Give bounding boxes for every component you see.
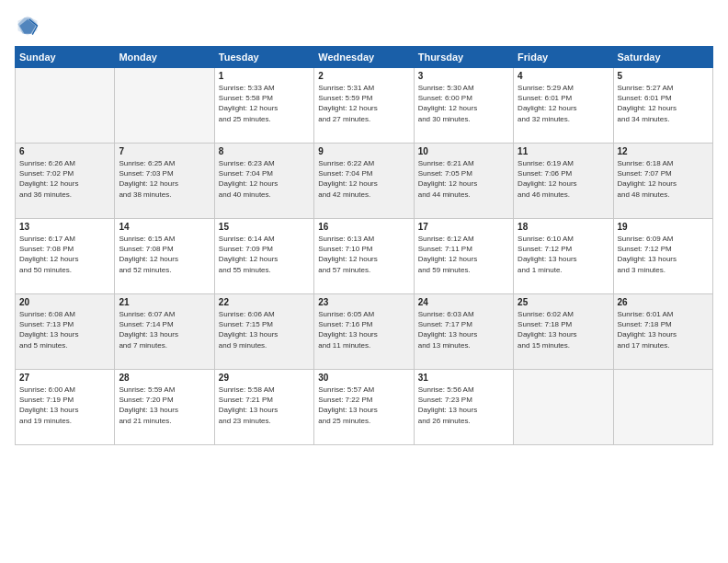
calendar-cell: 15Sunrise: 6:14 AM Sunset: 7:09 PM Dayli…	[214, 219, 313, 294]
day-detail: Sunrise: 6:21 AM Sunset: 7:05 PM Dayligh…	[418, 158, 509, 200]
calendar-cell	[115, 68, 214, 144]
weekday-header-monday: Monday	[115, 47, 214, 68]
weekday-header-tuesday: Tuesday	[214, 47, 313, 68]
day-number: 12	[618, 146, 709, 156]
day-detail: Sunrise: 5:29 AM Sunset: 6:01 PM Dayligh…	[518, 83, 609, 124]
day-number: 22	[219, 297, 310, 307]
day-number: 24	[418, 297, 509, 307]
day-detail: Sunrise: 6:17 AM Sunset: 7:08 PM Dayligh…	[19, 234, 110, 275]
calendar-cell: 25Sunrise: 6:02 AM Sunset: 7:18 PM Dayli…	[514, 294, 613, 370]
calendar-cell: 2Sunrise: 5:31 AM Sunset: 5:59 PM Daylig…	[314, 68, 414, 144]
calendar: SundayMondayTuesdayWednesdayThursdayFrid…	[15, 46, 713, 445]
calendar-cell: 5Sunrise: 5:27 AM Sunset: 6:01 PM Daylig…	[613, 68, 712, 144]
day-detail: Sunrise: 6:08 AM Sunset: 7:13 PM Dayligh…	[19, 309, 110, 350]
day-number: 3	[418, 71, 509, 81]
day-detail: Sunrise: 6:10 AM Sunset: 7:12 PM Dayligh…	[518, 234, 609, 275]
day-number: 25	[518, 297, 609, 307]
weekday-header-friday: Friday	[514, 47, 613, 68]
calendar-cell: 16Sunrise: 6:13 AM Sunset: 7:10 PM Dayli…	[314, 219, 414, 294]
day-detail: Sunrise: 6:14 AM Sunset: 7:09 PM Dayligh…	[219, 234, 310, 275]
calendar-cell: 14Sunrise: 6:15 AM Sunset: 7:08 PM Dayli…	[115, 219, 214, 294]
calendar-cell	[613, 370, 712, 445]
day-number: 1	[219, 71, 310, 81]
day-detail: Sunrise: 6:18 AM Sunset: 7:07 PM Dayligh…	[618, 158, 709, 200]
day-number: 8	[219, 146, 310, 156]
header	[15, 13, 713, 39]
day-number: 28	[119, 373, 210, 383]
calendar-week-4: 20Sunrise: 6:08 AM Sunset: 7:13 PM Dayli…	[16, 294, 713, 370]
day-detail: Sunrise: 6:23 AM Sunset: 7:04 PM Dayligh…	[219, 158, 310, 200]
logo-icon	[15, 13, 40, 39]
day-number: 26	[618, 297, 709, 307]
weekday-header-wednesday: Wednesday	[314, 47, 414, 68]
day-number: 16	[318, 222, 409, 232]
calendar-week-1: 1Sunrise: 5:33 AM Sunset: 5:58 PM Daylig…	[16, 68, 713, 144]
day-detail: Sunrise: 6:02 AM Sunset: 7:18 PM Dayligh…	[518, 309, 609, 350]
calendar-cell: 26Sunrise: 6:01 AM Sunset: 7:18 PM Dayli…	[613, 294, 712, 370]
calendar-week-3: 13Sunrise: 6:17 AM Sunset: 7:08 PM Dayli…	[16, 219, 713, 294]
weekday-header-row: SundayMondayTuesdayWednesdayThursdayFrid…	[16, 47, 713, 68]
day-number: 27	[19, 373, 110, 383]
day-detail: Sunrise: 6:22 AM Sunset: 7:04 PM Dayligh…	[318, 158, 409, 200]
calendar-cell: 6Sunrise: 6:26 AM Sunset: 7:02 PM Daylig…	[16, 144, 115, 219]
day-number: 30	[318, 373, 409, 383]
day-detail: Sunrise: 5:58 AM Sunset: 7:21 PM Dayligh…	[219, 385, 310, 426]
calendar-cell: 10Sunrise: 6:21 AM Sunset: 7:05 PM Dayli…	[414, 144, 513, 219]
page: SundayMondayTuesdayWednesdayThursdayFrid…	[0, 0, 728, 563]
calendar-cell: 27Sunrise: 6:00 AM Sunset: 7:19 PM Dayli…	[16, 370, 115, 445]
day-number: 17	[418, 222, 509, 232]
calendar-cell: 20Sunrise: 6:08 AM Sunset: 7:13 PM Dayli…	[16, 294, 115, 370]
calendar-cell: 7Sunrise: 6:25 AM Sunset: 7:03 PM Daylig…	[115, 144, 214, 219]
calendar-cell: 24Sunrise: 6:03 AM Sunset: 7:17 PM Dayli…	[414, 294, 513, 370]
day-number: 31	[418, 373, 509, 383]
calendar-cell: 4Sunrise: 5:29 AM Sunset: 6:01 PM Daylig…	[514, 68, 613, 144]
calendar-cell: 8Sunrise: 6:23 AM Sunset: 7:04 PM Daylig…	[214, 144, 313, 219]
day-number: 9	[318, 146, 409, 156]
day-detail: Sunrise: 5:27 AM Sunset: 6:01 PM Dayligh…	[618, 83, 709, 124]
day-detail: Sunrise: 5:31 AM Sunset: 5:59 PM Dayligh…	[318, 83, 409, 124]
day-detail: Sunrise: 6:15 AM Sunset: 7:08 PM Dayligh…	[119, 234, 210, 275]
day-number: 19	[618, 222, 709, 232]
day-detail: Sunrise: 6:26 AM Sunset: 7:02 PM Dayligh…	[19, 158, 110, 200]
day-number: 21	[119, 297, 210, 307]
day-number: 15	[219, 222, 310, 232]
calendar-cell: 31Sunrise: 5:56 AM Sunset: 7:23 PM Dayli…	[414, 370, 513, 445]
calendar-cell: 21Sunrise: 6:07 AM Sunset: 7:14 PM Dayli…	[115, 294, 214, 370]
day-detail: Sunrise: 6:12 AM Sunset: 7:11 PM Dayligh…	[418, 234, 509, 275]
weekday-header-saturday: Saturday	[613, 47, 712, 68]
calendar-cell: 19Sunrise: 6:09 AM Sunset: 7:12 PM Dayli…	[613, 219, 712, 294]
day-number: 11	[518, 146, 609, 156]
day-number: 13	[19, 222, 110, 232]
day-detail: Sunrise: 5:33 AM Sunset: 5:58 PM Dayligh…	[219, 83, 310, 124]
day-number: 23	[318, 297, 409, 307]
calendar-week-2: 6Sunrise: 6:26 AM Sunset: 7:02 PM Daylig…	[16, 144, 713, 219]
day-number: 6	[19, 146, 110, 156]
day-detail: Sunrise: 6:06 AM Sunset: 7:15 PM Dayligh…	[219, 309, 310, 350]
day-detail: Sunrise: 6:13 AM Sunset: 7:10 PM Dayligh…	[318, 234, 409, 275]
day-detail: Sunrise: 5:30 AM Sunset: 6:00 PM Dayligh…	[418, 83, 509, 124]
calendar-cell: 9Sunrise: 6:22 AM Sunset: 7:04 PM Daylig…	[314, 144, 414, 219]
day-detail: Sunrise: 6:01 AM Sunset: 7:18 PM Dayligh…	[618, 309, 709, 350]
calendar-cell: 11Sunrise: 6:19 AM Sunset: 7:06 PM Dayli…	[514, 144, 613, 219]
weekday-header-sunday: Sunday	[16, 47, 115, 68]
day-detail: Sunrise: 6:09 AM Sunset: 7:12 PM Dayligh…	[618, 234, 709, 275]
calendar-cell: 17Sunrise: 6:12 AM Sunset: 7:11 PM Dayli…	[414, 219, 513, 294]
calendar-cell: 12Sunrise: 6:18 AM Sunset: 7:07 PM Dayli…	[613, 144, 712, 219]
day-detail: Sunrise: 6:05 AM Sunset: 7:16 PM Dayligh…	[318, 309, 409, 350]
calendar-cell: 30Sunrise: 5:57 AM Sunset: 7:22 PM Dayli…	[314, 370, 414, 445]
calendar-cell	[514, 370, 613, 445]
weekday-header-thursday: Thursday	[414, 47, 513, 68]
day-detail: Sunrise: 5:56 AM Sunset: 7:23 PM Dayligh…	[418, 385, 509, 426]
day-detail: Sunrise: 6:03 AM Sunset: 7:17 PM Dayligh…	[418, 309, 509, 350]
logo	[15, 13, 44, 39]
day-number: 14	[119, 222, 210, 232]
calendar-cell: 22Sunrise: 6:06 AM Sunset: 7:15 PM Dayli…	[214, 294, 313, 370]
day-number: 29	[219, 373, 310, 383]
day-detail: Sunrise: 6:07 AM Sunset: 7:14 PM Dayligh…	[119, 309, 210, 350]
day-detail: Sunrise: 6:00 AM Sunset: 7:19 PM Dayligh…	[19, 385, 110, 426]
day-detail: Sunrise: 5:59 AM Sunset: 7:20 PM Dayligh…	[119, 385, 210, 426]
day-detail: Sunrise: 5:57 AM Sunset: 7:22 PM Dayligh…	[318, 385, 409, 426]
calendar-cell: 28Sunrise: 5:59 AM Sunset: 7:20 PM Dayli…	[115, 370, 214, 445]
calendar-week-5: 27Sunrise: 6:00 AM Sunset: 7:19 PM Dayli…	[16, 370, 713, 445]
day-number: 5	[618, 71, 709, 81]
